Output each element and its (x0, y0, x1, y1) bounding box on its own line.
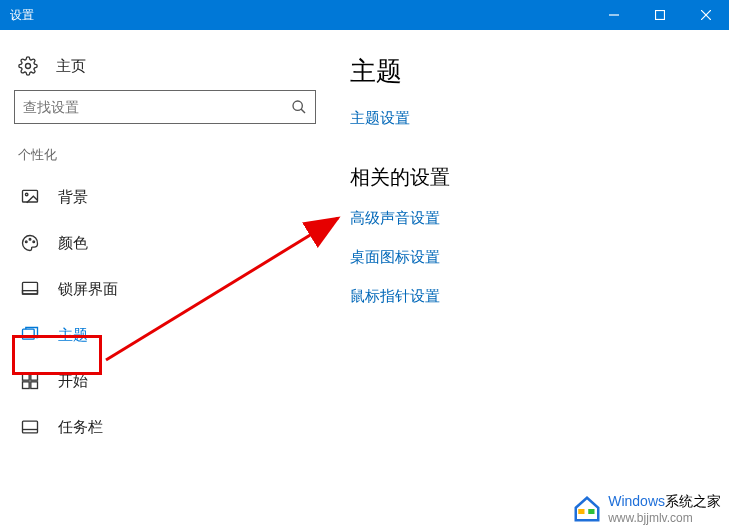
svg-line-6 (301, 109, 305, 113)
sidebar: 主页 个性化 背景 (0, 30, 330, 531)
window-controls (591, 0, 729, 30)
watermark-url: www.bjjmlv.com (608, 511, 721, 525)
lockscreen-icon (20, 279, 40, 299)
picture-icon (20, 187, 40, 207)
watermark: Windows系统之家 www.bjjmlv.com (572, 493, 721, 525)
palette-icon (20, 233, 40, 253)
svg-rect-17 (23, 382, 30, 389)
watermark-suffix: 系统之家 (665, 493, 721, 509)
svg-rect-16 (31, 374, 38, 381)
svg-point-9 (25, 241, 27, 243)
page-heading: 主题 (350, 54, 709, 89)
svg-point-11 (33, 241, 35, 243)
svg-rect-24 (588, 509, 594, 514)
sidebar-item-label: 开始 (58, 372, 88, 391)
sidebar-item-label: 主题 (58, 326, 88, 345)
home-label: 主页 (56, 57, 86, 76)
watermark-brand: Windows (608, 493, 665, 509)
svg-rect-23 (578, 509, 584, 514)
sidebar-item-label: 颜色 (58, 234, 88, 253)
sidebar-item-label: 锁屏界面 (58, 280, 118, 299)
gear-icon (18, 56, 38, 76)
maximize-button[interactable] (637, 0, 683, 30)
house-icon (572, 494, 602, 524)
search-box[interactable] (14, 90, 316, 124)
themes-icon (20, 325, 40, 345)
svg-point-5 (293, 101, 302, 110)
sidebar-item-lockscreen[interactable]: 锁屏界面 (14, 266, 316, 312)
sidebar-item-label: 背景 (58, 188, 88, 207)
related-heading: 相关的设置 (350, 164, 709, 191)
svg-point-10 (29, 238, 31, 240)
sidebar-item-background[interactable]: 背景 (14, 174, 316, 220)
window-title: 设置 (10, 7, 591, 24)
sidebar-item-themes[interactable]: 主题 (14, 312, 316, 358)
titlebar: 设置 (0, 0, 729, 30)
sidebar-item-taskbar[interactable]: 任务栏 (14, 404, 316, 450)
sidebar-item-colors[interactable]: 颜色 (14, 220, 316, 266)
search-input[interactable] (23, 99, 291, 115)
svg-rect-18 (31, 382, 38, 389)
search-icon (291, 99, 307, 115)
svg-rect-13 (23, 291, 38, 294)
svg-point-8 (25, 193, 28, 196)
sidebar-item-start[interactable]: 开始 (14, 358, 316, 404)
main-content: 主题 主题设置 相关的设置 高级声音设置 桌面图标设置 鼠标指针设置 (330, 30, 729, 531)
svg-rect-12 (23, 282, 38, 294)
svg-rect-14 (23, 329, 35, 339)
section-label: 个性化 (18, 146, 316, 164)
related-link-sound[interactable]: 高级声音设置 (350, 209, 709, 228)
minimize-button[interactable] (591, 0, 637, 30)
svg-rect-15 (23, 374, 30, 381)
sidebar-item-label: 任务栏 (58, 418, 103, 437)
home-link[interactable]: 主页 (14, 50, 316, 90)
svg-rect-1 (656, 11, 665, 20)
related-link-desktop-icons[interactable]: 桌面图标设置 (350, 248, 709, 267)
taskbar-icon (20, 417, 40, 437)
start-icon (20, 371, 40, 391)
close-button[interactable] (683, 0, 729, 30)
svg-rect-19 (23, 421, 38, 433)
theme-settings-link[interactable]: 主题设置 (350, 109, 709, 128)
related-link-mouse-pointer[interactable]: 鼠标指针设置 (350, 287, 709, 306)
svg-point-4 (26, 64, 31, 69)
